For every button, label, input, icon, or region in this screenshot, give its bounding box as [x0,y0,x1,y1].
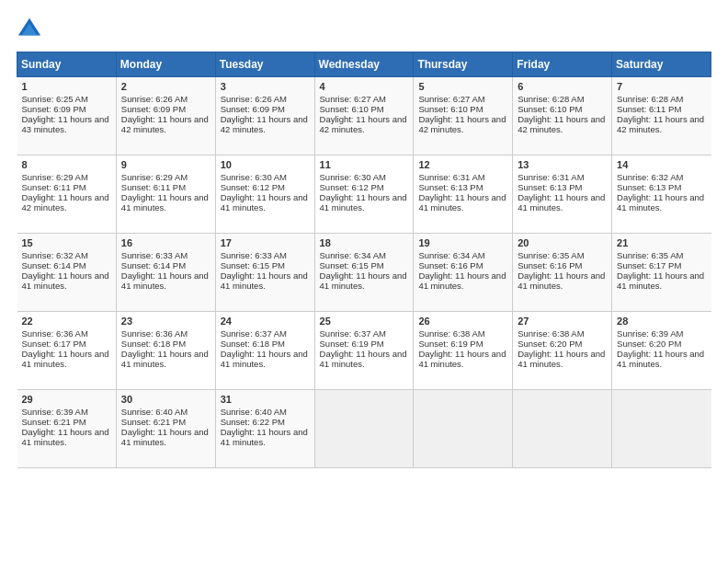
sunrise-text: Sunrise: 6:31 AM [518,172,584,182]
sunrise-text: Sunrise: 6:37 AM [320,328,386,339]
sunrise-text: Sunrise: 6:25 AM [22,94,88,104]
sunrise-text: Sunrise: 6:37 AM [221,328,287,339]
weekday-header: Tuesday [215,52,314,77]
day-number: 1 [22,81,111,92]
sunset-text: Sunset: 6:20 PM [617,339,681,349]
day-number: 5 [418,81,507,92]
day-number: 4 [320,81,409,92]
day-number: 16 [121,237,210,248]
day-number: 10 [221,159,310,170]
logo-icon [17,17,42,42]
daylight-text: Daylight: 11 hours and 41 minutes. [221,349,308,369]
day-number: 26 [418,316,507,327]
calendar-cell: 14Sunrise: 6:32 AMSunset: 6:13 PMDayligh… [612,155,711,234]
calendar-cell: 1Sunrise: 6:25 AMSunset: 6:09 PMDaylight… [17,77,117,155]
daylight-text: Daylight: 11 hours and 41 minutes. [121,427,209,447]
calendar-week-row: 8Sunrise: 6:29 AMSunset: 6:11 PMDaylight… [17,155,711,234]
day-number: 30 [121,394,210,405]
sunrise-text: Sunrise: 6:30 AM [221,172,287,182]
weekday-header: Wednesday [314,52,414,77]
sunset-text: Sunset: 6:17 PM [617,260,681,270]
day-number: 31 [221,394,310,405]
sunset-text: Sunset: 6:10 PM [518,104,582,114]
calendar-cell: 7Sunrise: 6:28 AMSunset: 6:11 PMDaylight… [612,77,711,155]
sunrise-text: Sunrise: 6:28 AM [617,94,683,104]
day-number: 2 [121,81,210,92]
sunrise-text: Sunrise: 6:27 AM [418,94,484,104]
daylight-text: Daylight: 11 hours and 42 minutes. [121,114,209,134]
calendar-cell: 27Sunrise: 6:38 AMSunset: 6:20 PMDayligh… [513,312,612,390]
daylight-text: Daylight: 11 hours and 43 minutes. [22,114,109,134]
calendar-cell: 4Sunrise: 6:27 AMSunset: 6:10 PMDaylight… [314,77,414,155]
sunset-text: Sunset: 6:15 PM [221,260,285,270]
header [17,17,711,42]
sunset-text: Sunset: 6:18 PM [221,339,285,349]
calendar-cell: 25Sunrise: 6:37 AMSunset: 6:19 PMDayligh… [314,312,414,390]
calendar-cell: 16Sunrise: 6:33 AMSunset: 6:14 PMDayligh… [116,234,215,312]
sunrise-text: Sunrise: 6:32 AM [617,172,683,182]
calendar-cell [612,390,711,468]
day-number: 18 [320,237,409,248]
sunset-text: Sunset: 6:11 PM [617,104,681,114]
sunset-text: Sunset: 6:12 PM [221,182,285,192]
calendar-cell: 19Sunrise: 6:34 AMSunset: 6:16 PMDayligh… [414,234,513,312]
sunrise-text: Sunrise: 6:28 AM [518,94,584,104]
daylight-text: Daylight: 11 hours and 41 minutes. [418,349,506,369]
daylight-text: Daylight: 11 hours and 41 minutes. [22,349,109,369]
sunrise-text: Sunrise: 6:38 AM [518,328,584,339]
weekday-header: Sunday [17,52,117,77]
daylight-text: Daylight: 11 hours and 42 minutes. [518,114,605,134]
daylight-text: Daylight: 11 hours and 41 minutes. [22,270,109,291]
calendar-cell: 9Sunrise: 6:29 AMSunset: 6:11 PMDaylight… [116,155,215,234]
page: SundayMondayTuesdayWednesdayThursdayFrid… [0,0,728,563]
sunrise-text: Sunrise: 6:29 AM [22,172,88,182]
day-number: 17 [221,237,310,248]
calendar-table: SundayMondayTuesdayWednesdayThursdayFrid… [17,52,711,468]
calendar-cell: 17Sunrise: 6:33 AMSunset: 6:15 PMDayligh… [215,234,314,312]
weekday-header: Monday [116,52,215,77]
calendar-cell: 18Sunrise: 6:34 AMSunset: 6:15 PMDayligh… [314,234,414,312]
sunset-text: Sunset: 6:09 PM [221,104,285,114]
sunset-text: Sunset: 6:19 PM [320,339,384,349]
calendar-cell: 13Sunrise: 6:31 AMSunset: 6:13 PMDayligh… [513,155,612,234]
sunset-text: Sunset: 6:18 PM [121,339,186,349]
sunrise-text: Sunrise: 6:35 AM [617,250,683,260]
daylight-text: Daylight: 11 hours and 41 minutes. [221,270,308,291]
calendar-cell: 28Sunrise: 6:39 AMSunset: 6:20 PMDayligh… [612,312,711,390]
daylight-text: Daylight: 11 hours and 41 minutes. [22,427,109,447]
day-number: 19 [418,237,507,248]
day-number: 21 [617,237,706,248]
daylight-text: Daylight: 11 hours and 42 minutes. [320,114,407,134]
sunrise-text: Sunrise: 6:39 AM [22,407,88,417]
day-number: 6 [518,81,607,92]
day-number: 20 [518,237,607,248]
sunset-text: Sunset: 6:22 PM [221,417,285,427]
sunrise-text: Sunrise: 6:30 AM [320,172,386,182]
sunset-text: Sunset: 6:16 PM [418,260,483,270]
day-number: 25 [320,316,409,327]
calendar-cell [314,390,414,468]
daylight-text: Daylight: 11 hours and 41 minutes. [320,349,407,369]
day-number: 23 [121,316,210,327]
calendar-cell: 26Sunrise: 6:38 AMSunset: 6:19 PMDayligh… [414,312,513,390]
calendar-cell: 2Sunrise: 6:26 AMSunset: 6:09 PMDaylight… [116,77,215,155]
day-number: 3 [221,81,310,92]
daylight-text: Daylight: 11 hours and 42 minutes. [418,114,506,134]
daylight-text: Daylight: 11 hours and 41 minutes. [221,427,308,447]
calendar-cell: 10Sunrise: 6:30 AMSunset: 6:12 PMDayligh… [215,155,314,234]
calendar-cell [513,390,612,468]
day-number: 22 [22,316,111,327]
day-number: 29 [22,394,111,405]
sunrise-text: Sunrise: 6:26 AM [221,94,287,104]
sunrise-text: Sunrise: 6:40 AM [221,407,287,417]
calendar-week-row: 15Sunrise: 6:32 AMSunset: 6:14 PMDayligh… [17,234,711,312]
sunset-text: Sunset: 6:09 PM [121,104,186,114]
calendar-cell: 12Sunrise: 6:31 AMSunset: 6:13 PMDayligh… [414,155,513,234]
calendar-cell [414,390,513,468]
sunset-text: Sunset: 6:13 PM [418,182,483,192]
sunrise-text: Sunrise: 6:35 AM [518,250,584,260]
calendar-cell: 15Sunrise: 6:32 AMSunset: 6:14 PMDayligh… [17,234,117,312]
day-number: 28 [617,316,706,327]
daylight-text: Daylight: 11 hours and 41 minutes. [617,192,704,213]
day-number: 9 [121,159,210,170]
